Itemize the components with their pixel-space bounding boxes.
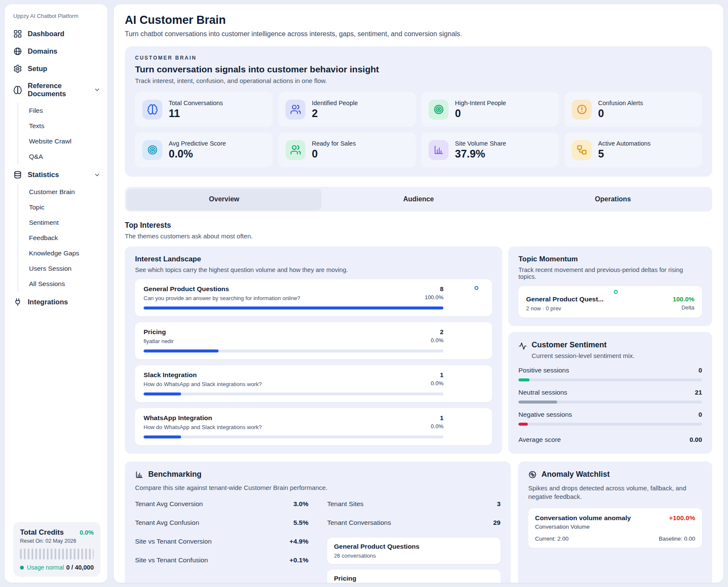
benchmark-metric-row: Site vs Tenant Conversion +4.9% [135,532,308,551]
plug-icon [13,298,22,306]
stat-value: 5 [598,148,650,160]
interest-item: Pricing fiyatlar nedir 2 0.0% [135,322,492,359]
sentiment-row-positive: Positive sessions 0 [518,367,702,381]
metric-value: +4.9% [290,538,308,545]
sentiment-bar-track [518,423,702,426]
tab-overview[interactable]: Overview [127,189,321,209]
status-dot-icon [20,566,24,570]
interest-sparkline [447,414,483,438]
interest-bar-track [144,306,443,309]
sidebar-item-knowledge-gaps[interactable]: Knowledge Gaps [18,246,101,261]
sidebar-item-domains[interactable]: Domains [13,43,101,60]
credits-card: Total Credits 0.0% Reset On: 02 May 2026… [13,522,101,577]
sentiment-bar-fill [518,423,528,426]
interest-subtitle: Can you provide an answer by searching f… [144,295,300,301]
interest-count: 1 [431,414,443,421]
topic-momentum-title: Topic Momentum [518,255,702,263]
sidebar-item-website-crawl[interactable]: Website Crawl [18,134,101,149]
page-title: AI Customer Brain [125,14,712,27]
topic-momentum-panel: Topic Momentum Track recent movement and… [508,246,712,326]
sentiment-bar-fill [518,401,557,404]
benchmarking-tenant-column: Tenant Sites 3 Tenant Conversations 29 G… [327,495,501,583]
stat-label: Identified People [312,100,358,106]
sidebar-item-files[interactable]: Files [18,103,101,118]
interest-sparkline [447,285,483,309]
metric-value: +0.1% [290,556,308,564]
sidebar-item-statistics[interactable]: Statistics [13,166,101,183]
sidebar-item-label: Integrations [28,298,101,306]
topic-detail: 26 conversations [334,553,494,559]
chevron-down-icon [94,86,101,93]
momentum-delta-value: 100.0% [673,295,694,303]
benchmarking-subtitle: Compare this site against tenant-wide Cu… [135,484,501,491]
interest-bar-track [144,435,443,438]
sidebar-item-customer-brain[interactable]: Customer Brain [18,184,101,200]
stat-card-total-conversations: Total Conversations 11 [135,92,273,127]
interest-item: Slack Integration How do WhatsApp and Sl… [135,365,492,402]
benchmarking-panel: Benchmarking Compare this site against t… [125,461,511,583]
sentiment-average-row: Average score 0.00 [518,436,702,444]
anomaly-metric: Conversation Volume [535,524,695,530]
interest-bar-fill [144,392,181,395]
customer-sentiment-panel: Customer Sentiment Current session-level… [508,332,712,454]
metric-value: 5.5% [294,519,308,527]
sidebar-item-users-session[interactable]: Users Session [18,261,101,276]
anomaly-card-title: Conversation volume anomaly [535,514,631,522]
momentum-delta-label: Delta [673,304,694,311]
gear-icon [13,64,22,73]
stat-value: 11 [169,107,223,120]
anomaly-subtitle: Spikes and drops detected across volume,… [528,484,702,501]
tab-operations[interactable]: Operations [516,189,710,209]
interest-percent: 0.0% [431,423,443,430]
brain-icon [147,104,158,115]
sentiment-average-value: 0.00 [690,436,702,443]
sidebar-item-texts[interactable]: Texts [18,118,101,134]
brand-title: Uppzy AI Chatbot Platform [13,13,101,19]
stat-card-site-volume-share: Site Volume Share 37.9% [421,132,559,167]
stat-label: Site Volume Share [455,140,506,147]
interest-subtitle: How do WhatsApp and Slack integrations w… [144,381,262,387]
interest-count: 1 [431,371,443,378]
metric-value: 3.0% [294,500,308,508]
sidebar-item-dashboard[interactable]: Dashboard [13,25,101,43]
interest-bar-fill [144,435,181,438]
credits-status-label: Usage normal [27,564,64,571]
stat-value: 0 [455,107,506,120]
users-icon [290,144,301,155]
target-icon [147,144,158,155]
customer-brain-hero: CUSTOMER BRAIN Turn conversation signals… [125,46,712,177]
sidebar-item-all-sessions[interactable]: All Sessions [18,276,101,292]
hero-subtitle: Track interest, intent, confusion, and o… [135,77,702,84]
interest-landscape-panel: Interest Landscape See which topics carr… [125,246,502,454]
metric-label: Tenant Sites [327,500,363,508]
top-interests-subtitle: The themes customers ask about most ofte… [125,232,712,240]
anomaly-baseline: Baseline: 0.00 [659,535,695,542]
topic-momentum-card: General Product Quest... 2 now · 0 prev … [518,286,702,318]
sidebar-nav: Dashboard Domains Setup Reference Docume… [13,25,101,522]
sentiment-value: 21 [695,389,702,396]
sidebar-item-reference-documents[interactable]: Reference Documents [13,77,101,102]
sparkline-dot-icon [614,290,618,294]
workflow-icon [576,144,587,155]
sidebar-item-qa[interactable]: Q&A [18,149,101,164]
sidebar-item-topic[interactable]: Topic [18,200,101,215]
sentiment-label: Positive sessions [518,367,569,374]
benchmark-metric-row: Tenant Sites 3 [327,495,501,513]
sidebar-item-setup[interactable]: Setup [13,60,101,77]
sentiment-average-label: Average score [518,436,561,444]
sidebar-item-integrations[interactable]: Integrations [13,293,101,311]
metric-label: Tenant Avg Conversion [135,500,203,508]
stat-value: 2 [312,107,358,120]
sentiment-label: Negative sessions [518,411,572,418]
top-interests-title: Top Interests [125,221,712,230]
topic-momentum-subtitle: Track recent movement and previous-perio… [518,266,702,280]
interest-bar-fill [144,349,219,352]
benchmark-metric-row: Tenant Avg Conversion 3.0% [135,495,308,513]
stat-label: Avg Predictive Score [169,140,226,147]
sidebar-item-sentiment[interactable]: Sentiment [18,215,101,230]
chevron-down-icon [94,172,101,178]
tab-audience[interactable]: Audience [321,189,515,209]
sentiment-row-neutral: Neutral sessions 21 [518,389,702,404]
sidebar-item-feedback[interactable]: Feedback [18,230,101,246]
users-icon [290,104,301,115]
